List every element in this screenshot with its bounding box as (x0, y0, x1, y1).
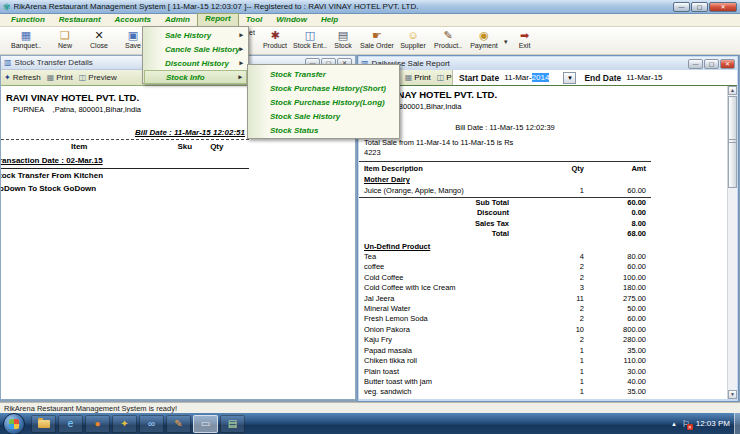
report-row: coffee260.00 (359, 262, 651, 272)
col-item: Item (71, 142, 87, 151)
refresh-button[interactable]: ✦Refresh (4, 73, 41, 82)
preview-label: Preview (88, 73, 116, 82)
close-button[interactable]: ✕Close (82, 29, 116, 49)
item-qty: 2 (554, 314, 584, 324)
start-date-input[interactable]: 11-Mar-2014 (504, 73, 549, 82)
menu-report[interactable]: Report (197, 13, 239, 27)
product-button[interactable]: ✱Product (258, 29, 292, 49)
scroll-up-icon[interactable]: ▲ (728, 86, 737, 95)
transfer-line: oDown To Stock GoDown (1, 184, 355, 195)
item-qty: 1 (554, 387, 584, 397)
dailywise-sale-window: ▥ Dailywise Sale Report — ▢ ✕ ✦Refresh▦P… (357, 55, 739, 402)
item-amt: 180.00 (584, 283, 646, 293)
exit-button[interactable]: ➡Exit (510, 29, 540, 49)
close-icon: ✕ (82, 29, 116, 42)
refresh-icon: ✦ (4, 73, 11, 82)
item-amt: 30.00 (584, 367, 646, 377)
child-maximize-button[interactable]: ▢ (704, 59, 719, 69)
submenu-item-stock-sale-history[interactable]: Stock Sale History (249, 109, 398, 123)
taskbar-app-tool-button[interactable]: ✎ (166, 415, 191, 433)
menu-help[interactable]: Help (314, 14, 345, 26)
scrollbar-thumb[interactable] (728, 96, 737, 188)
menu-restaurant[interactable]: Restaurant (52, 14, 108, 26)
preview-button[interactable]: ◫Preview (79, 73, 117, 82)
item-name: Fresh Lemon Soda (359, 314, 554, 324)
menu-item-label: Sale History (165, 31, 211, 40)
taskbar-explorer-button[interactable] (31, 415, 56, 433)
scroll-down-icon[interactable]: ▼ (728, 390, 737, 399)
submenu-item-stock-purchase-history-short[interactable]: Stock Purchase History(Short) (249, 81, 398, 95)
menu-admin[interactable]: Admin (158, 14, 197, 26)
report-row: Onion Pakora10800.00 (359, 325, 651, 335)
supplier-button[interactable]: ☺Supplier (396, 29, 430, 49)
toolbar-overflow-icon[interactable]: ▾ (504, 38, 508, 46)
product-2-button[interactable]: ✎Product.. (430, 29, 466, 49)
sale-order-button[interactable]: ☛Sale Order (358, 29, 396, 49)
maximize-button[interactable]: ▢ (691, 2, 708, 12)
taskbar-internet-explorer-button[interactable]: e (58, 415, 83, 433)
item-amt: 280.00 (584, 335, 646, 345)
report-menu-item-discount-history[interactable]: Discount History▸ (144, 56, 247, 70)
report-row: Plain toast130.00 (359, 367, 651, 377)
new-button[interactable]: ❏New (48, 29, 82, 49)
menu-item-label: Stock Purchase History(Short) (270, 84, 386, 93)
menu-function[interactable]: Function (4, 14, 52, 26)
payment-button[interactable]: ◉Payment (466, 29, 502, 49)
banquet-button[interactable]: ▦Banquet.. (4, 29, 48, 49)
clock[interactable]: 12:03 PM (696, 419, 730, 428)
taskbar-app-key-button[interactable]: ✦ (112, 415, 137, 433)
tray-expand-icon[interactable]: ▴ (672, 420, 676, 428)
hotel-address: ,Patna, 800001,Bihar,India (359, 102, 651, 111)
summary-label: Total (359, 229, 509, 239)
close-button[interactable]: ✕ (709, 2, 737, 12)
minimize-button[interactable]: — (673, 2, 690, 12)
item-amt: 60.00 (584, 314, 646, 324)
submenu-item-stock-purchase-history-long[interactable]: Stock Purchase History(Long) (249, 95, 398, 109)
vertical-scrollbar[interactable]: ▲ ▼ (727, 86, 737, 399)
submenu-arrow-icon: ▸ (239, 59, 243, 67)
action-center-flag-icon[interactable]: ⚐✕ (682, 419, 690, 429)
print-button[interactable]: ▦Print (405, 73, 431, 82)
stock-entry-button[interactable]: ◫Stock Ent.. (292, 29, 328, 49)
exit-icon: ➡ (510, 29, 540, 42)
preview-icon: ◫ (437, 73, 445, 82)
taskbar-app-blue-button[interactable]: ∞ (139, 415, 164, 433)
report-menu-item-sale-history[interactable]: Sale History▸ (144, 28, 247, 42)
report-menu-item-stock-info[interactable]: Stock Info▸ (144, 70, 247, 84)
start-button[interactable] (3, 413, 25, 434)
end-date-input[interactable]: 11-Mar-15 (626, 73, 662, 82)
item-qty: 1 (554, 356, 584, 366)
taskbar-rikarena-button[interactable]: ▭ (193, 415, 218, 433)
firefox-icon: ● (94, 419, 100, 429)
report-row: Egg sandwich160.00 (359, 398, 651, 399)
submenu-item-stock-transfer[interactable]: Stock Transfer (249, 67, 398, 81)
taskbar-firefox-button[interactable]: ● (85, 415, 110, 433)
child-minimize-button[interactable]: — (688, 59, 703, 69)
stock-button[interactable]: ▤Stock (328, 29, 358, 49)
menu-window[interactable]: Window (269, 14, 314, 26)
explorer-folder-icon (38, 420, 50, 428)
report-row: veg. sandwich135.00 (359, 387, 651, 397)
transaction-date: ransaction Date : 02-Mar.15 (1, 156, 355, 165)
summary-label: Discount (359, 208, 509, 218)
item-qty: 2 (554, 273, 584, 283)
taskbar-notepad-button[interactable]: ▤ (220, 415, 245, 433)
summary-row: Discount0.00 (359, 208, 651, 218)
menu-tool[interactable]: Tool (239, 14, 270, 26)
main-toolbar: ▦Banquet..❏New✕Close▣Saveet✱Product◫Stoc… (0, 27, 740, 55)
selected-date-text: 2014 (532, 73, 550, 82)
menu-accounts[interactable]: Accounts (108, 14, 158, 26)
item-amt: 40.00 (584, 377, 646, 387)
child-close-button[interactable]: ✕ (720, 59, 735, 69)
item-name: Jal Jeera (359, 294, 554, 304)
window-title: RikArena Restaurant Management System [ … (14, 2, 673, 11)
show-desktop-button[interactable] (734, 413, 740, 434)
print-button[interactable]: ▦Print (47, 73, 73, 82)
print-label: Print (414, 73, 430, 82)
report-row: Kaju Fry2280.00 (359, 335, 651, 345)
submenu-item-stock-status[interactable]: Stock Status (249, 123, 398, 137)
alert-badge: ✕ (687, 424, 693, 430)
start-date-dropdown-icon[interactable]: ▼ (563, 72, 576, 84)
item-amt: 60.00 (584, 186, 646, 196)
report-menu-item-cancle-sale-history[interactable]: Cancle Sale History▸ (144, 42, 247, 56)
